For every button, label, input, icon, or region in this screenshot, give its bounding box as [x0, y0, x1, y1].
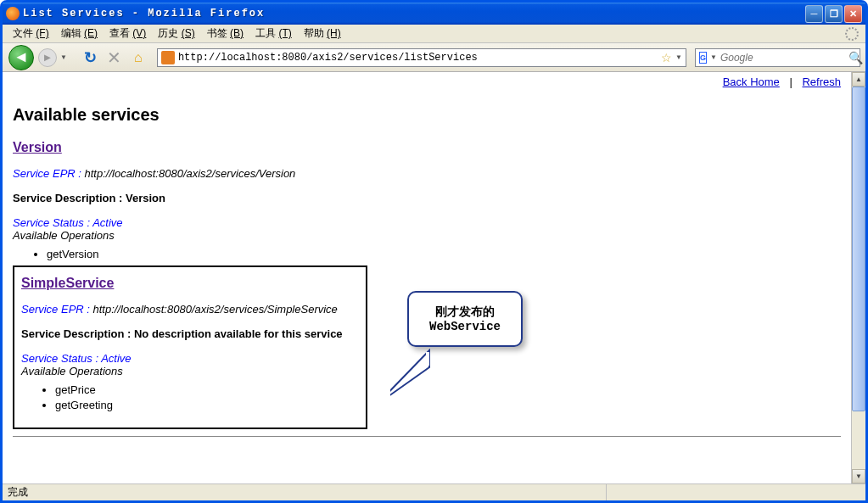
scroll-up-arrow-icon[interactable]: ▲	[852, 72, 865, 87]
desc-label: Service Description :	[13, 192, 126, 204]
refresh-link[interactable]: Refresh	[802, 75, 841, 88]
navigation-toolbar: ◄ ► ▼ ↻ ✕ ⌂ ☆ ▼ G ▼ 🔍	[3, 43, 865, 72]
menu-edit[interactable]: 编辑 (E)	[58, 25, 101, 42]
search-engine-icon[interactable]: G	[699, 52, 707, 64]
status-label: Service Status :	[13, 216, 92, 229]
operation-item: getVersion	[47, 247, 841, 262]
epr-value: http://localhost:8080/axis2/services/Sim…	[93, 303, 338, 316]
window-titlebar: List Services - Mozilla Firefox ─ ❐ ✕	[3, 3, 865, 25]
forward-button[interactable]: ►	[38, 48, 57, 67]
page-heading: Available services	[13, 105, 841, 125]
service-name-link[interactable]: SimpleService	[21, 276, 114, 291]
epr-label: Service EPR :	[13, 167, 85, 180]
desc-value: Version	[126, 192, 165, 204]
desc-value: No description available for this servic…	[134, 327, 343, 340]
stop-button[interactable]: ✕	[104, 48, 125, 68]
status-value: Active	[92, 216, 122, 229]
menu-file[interactable]: 文件 (F)	[9, 25, 53, 42]
search-bar[interactable]: G ▼ 🔍	[695, 48, 860, 67]
operations-list: getPrice getGreeting	[55, 383, 359, 413]
page-favicon	[161, 51, 175, 64]
url-dropdown-icon[interactable]: ▼	[675, 53, 682, 61]
epr-value: http://localhost:8080/axis2/services/Ver…	[85, 167, 296, 180]
menu-view[interactable]: 查看 (V)	[106, 25, 149, 42]
menu-bar: 文件 (F) 编辑 (E) 查看 (V) 历史 (S) 书签 (B) 工具 (T…	[3, 25, 865, 43]
status-value: Active	[101, 352, 131, 365]
service-block-simpleservice: SimpleService Service EPR : http://local…	[13, 265, 367, 428]
throbber-icon	[845, 27, 859, 41]
service-block-version: Version Service EPR : http://localhost:8…	[13, 140, 841, 262]
back-button[interactable]: ◄	[8, 45, 35, 70]
epr-label: Service EPR :	[21, 303, 93, 316]
page-body: Back Home | Refresh Available services V…	[3, 72, 851, 483]
maximize-button[interactable]: ❐	[825, 5, 843, 23]
callout-tail-icon	[390, 349, 433, 416]
status-bar: 完成	[3, 483, 865, 500]
avail-ops-label: Available Operations	[13, 229, 841, 242]
annotation-callout: 刚才发布的 WebService	[407, 291, 523, 347]
operation-item: getPrice	[55, 383, 359, 398]
search-input[interactable]	[720, 52, 848, 64]
scroll-track[interactable]	[852, 87, 865, 469]
url-bar[interactable]: ☆ ▼	[157, 48, 686, 67]
firefox-icon	[6, 7, 20, 20]
search-engine-dropdown-icon[interactable]: ▼	[710, 53, 717, 61]
status-right-panel	[606, 484, 860, 500]
callout-line1: 刚才发布的	[417, 305, 512, 320]
service-name-link[interactable]: Version	[13, 140, 62, 155]
menu-bookmarks[interactable]: 书签 (B)	[204, 25, 247, 42]
callout-line2: WebService	[417, 320, 512, 333]
reload-button[interactable]: ↻	[81, 48, 101, 68]
bookmark-star-icon[interactable]: ☆	[661, 51, 672, 64]
status-text: 完成	[8, 485, 606, 500]
search-go-icon[interactable]: 🔍	[848, 51, 863, 64]
scroll-down-arrow-icon[interactable]: ▼	[852, 469, 865, 483]
section-divider	[13, 436, 841, 437]
minimize-button[interactable]: ─	[805, 5, 823, 23]
status-label: Service Status :	[21, 352, 101, 365]
svg-marker-0	[390, 350, 429, 405]
close-button[interactable]: ✕	[844, 5, 862, 23]
back-home-link[interactable]: Back Home	[723, 75, 780, 88]
url-input[interactable]	[178, 52, 661, 64]
operations-list: getVersion	[47, 247, 841, 262]
menu-history[interactable]: 历史 (S)	[154, 25, 198, 42]
window-title: List Services - Mozilla Firefox	[23, 8, 805, 20]
link-separator: |	[789, 75, 792, 88]
nav-dropdown-icon[interactable]: ▼	[60, 53, 67, 61]
scroll-thumb[interactable]	[852, 87, 865, 411]
operation-item: getGreeting	[55, 398, 359, 413]
menu-tools[interactable]: 工具 (T)	[252, 25, 295, 42]
desc-label: Service Description :	[21, 327, 134, 340]
home-button[interactable]: ⌂	[128, 48, 148, 68]
avail-ops-label: Available Operations	[21, 365, 359, 377]
menu-help[interactable]: 帮助 (H)	[300, 25, 344, 42]
vertical-scrollbar[interactable]: ▲ ▼	[851, 72, 865, 483]
